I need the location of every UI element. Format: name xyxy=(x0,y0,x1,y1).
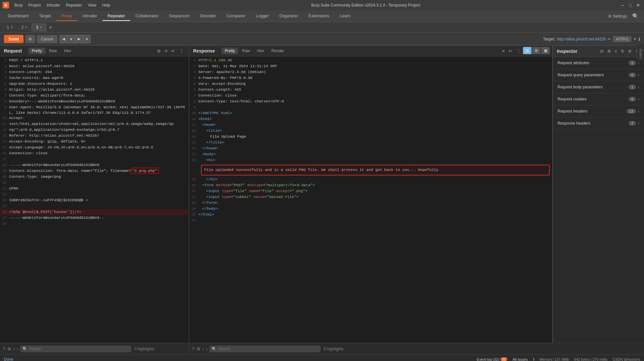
tab-decoder[interactable]: Decoder xyxy=(195,11,221,21)
cancel-button[interactable]: Cancel xyxy=(37,35,57,43)
menu-burp[interactable]: Burp xyxy=(12,2,24,8)
send-button[interactable]: Send xyxy=(4,35,23,43)
notes-tab[interactable]: Notes xyxy=(637,44,644,60)
info-icon[interactable]: ℹ xyxy=(638,37,640,42)
tab-repeater[interactable]: Repeater xyxy=(102,11,130,21)
bottom-nav-back-response[interactable]: ‹ xyxy=(203,346,204,352)
bottom-nav-fwd-request[interactable]: › xyxy=(17,346,18,352)
response-more-icon[interactable]: ⋮ xyxy=(515,48,522,54)
tab-logger[interactable]: Logger xyxy=(251,11,274,21)
minimize-button[interactable]: ─ xyxy=(619,2,626,8)
repeater-tab-1[interactable]: 1 ✕ xyxy=(3,23,17,31)
request-search-input-container[interactable]: 🔍 xyxy=(20,346,131,352)
inspector-item-request-headers[interactable]: Request headers 12 › xyxy=(553,105,644,117)
all-issues-button[interactable]: All issues xyxy=(513,357,528,361)
request-tabs: Pretty Raw Hex xyxy=(28,48,74,54)
inspector-item-body-params[interactable]: Request body parameters 1 › xyxy=(553,81,644,93)
tab-dashboard[interactable]: Dashboard xyxy=(3,11,34,21)
nav-back-button[interactable]: ◀ xyxy=(59,35,67,43)
beautify-icon[interactable]: ≡ xyxy=(163,48,169,54)
nav-forward-button[interactable]: ▶ xyxy=(75,35,83,43)
response-tab-raw[interactable]: Raw xyxy=(239,48,253,54)
tab-proxy[interactable]: Proxy xyxy=(56,11,77,21)
bottom-help-icon-request[interactable]: ? xyxy=(3,346,5,352)
request-tab-hex[interactable]: Hex xyxy=(61,48,74,54)
request-line-2: 2 Host: atlas.picoctf.net:49226 xyxy=(0,64,189,69)
toolbar-settings-button[interactable]: ⚙ xyxy=(25,35,35,43)
bottom-settings-icon-response[interactable]: ⚙ xyxy=(196,346,201,352)
inspector-item-label: Request query parameters xyxy=(558,73,604,77)
view-split-v-button[interactable]: ⊞ xyxy=(532,47,541,54)
request-title: Request xyxy=(4,48,22,53)
notes-label[interactable]: Notes xyxy=(638,47,644,60)
tab-collaborator[interactable]: Collaborator xyxy=(130,11,164,21)
response-line-12: 12 <head> xyxy=(189,122,552,128)
http-version-dropdown-icon[interactable]: ▼ xyxy=(633,37,636,41)
response-wrap-icon[interactable]: ↵ xyxy=(507,48,514,54)
view-split-h-button[interactable]: ⊟ xyxy=(523,47,531,54)
event-log-button[interactable]: Event log (32) 32 xyxy=(477,357,508,361)
close-tab-3-icon[interactable]: ✕ xyxy=(39,25,42,29)
menu-intruder[interactable]: Intruder xyxy=(45,2,62,8)
menu-project[interactable]: Project xyxy=(26,2,42,8)
close-tab-1-icon[interactable]: ✕ xyxy=(10,25,13,29)
request-code-area[interactable]: 1 POST / HTTP/1.1 2 Host: atlas.picoctf.… xyxy=(0,56,189,343)
search-icon[interactable]: 🔍 xyxy=(630,12,641,21)
bottom-settings-icon-request[interactable]: ⚙ xyxy=(7,346,11,352)
event-log-label: Event log (32) xyxy=(477,357,499,361)
settings-button[interactable]: ⚙ Settings xyxy=(606,13,630,20)
add-tab-button[interactable]: + xyxy=(46,23,54,32)
response-panel-header: Response Pretty Raw Hex Render ≡ ↵ ⋮ xyxy=(189,46,552,56)
inspector-icon-1[interactable]: ⊟ xyxy=(599,48,605,54)
view-single-button[interactable]: ▣ xyxy=(541,47,550,54)
response-tab-hex[interactable]: Hex xyxy=(254,48,267,54)
inspector-icon-2[interactable]: ⊞ xyxy=(606,48,612,54)
inspector-item-response-headers[interactable]: Response headers 7 › xyxy=(553,117,644,129)
close-button[interactable]: ✕ xyxy=(635,2,641,8)
target-url[interactable]: http://atlas.picoctf.net:49226 xyxy=(557,37,606,41)
response-line-20: 20 <form method="POST" enctype="multipar… xyxy=(189,183,552,188)
close-tab-2-icon[interactable]: ✕ xyxy=(25,25,27,29)
response-search-input[interactable] xyxy=(218,347,283,351)
request-search-input[interactable] xyxy=(29,347,94,351)
word-wrap-icon[interactable]: ↵ xyxy=(170,48,176,54)
tab-learn[interactable]: Learn xyxy=(334,11,356,21)
request-tab-pretty[interactable]: Pretty xyxy=(28,48,45,54)
response-tab-render[interactable]: Render xyxy=(268,48,287,54)
inspector-item-query-params[interactable]: Request query parameters 0 › xyxy=(553,69,644,81)
tab-target[interactable]: Target xyxy=(34,11,56,21)
response-search-input-container[interactable]: 🔍 xyxy=(209,346,320,352)
bottom-nav-fwd-response[interactable]: › xyxy=(206,346,207,352)
nav-forward-dropdown-button[interactable]: ▼ xyxy=(83,35,91,43)
maximize-button[interactable]: □ xyxy=(627,2,634,8)
repeater-tab-3[interactable]: 3 ✕ xyxy=(32,23,46,31)
response-tab-pretty[interactable]: Pretty xyxy=(222,48,238,54)
nav-dropdown-button[interactable]: ▼ xyxy=(67,35,75,43)
inspector-sort-icon[interactable]: ⇅ xyxy=(620,48,625,54)
inspector-item-cookies[interactable]: Request cookies 0 › xyxy=(553,93,644,105)
more-icon[interactable]: ⋮ xyxy=(178,48,185,54)
menu-view[interactable]: View xyxy=(86,2,98,8)
response-view-icon[interactable]: ≡ xyxy=(501,48,506,54)
menu-help[interactable]: Help xyxy=(100,2,112,8)
inspector-align-icon[interactable]: ≡ xyxy=(613,48,618,54)
response-code-area[interactable]: 1 HTTP/1.1 200 OK 2 Date: Sat, 11 May 20… xyxy=(189,56,552,343)
tab-organizer[interactable]: Organizer xyxy=(274,11,303,21)
tab-sequencer[interactable]: Sequencer xyxy=(164,11,195,21)
tab-intruder[interactable]: Intruder xyxy=(77,11,102,21)
target-edit-icon[interactable]: ✏ xyxy=(608,37,611,41)
tab-extensions[interactable]: Extensions xyxy=(303,11,335,21)
bottom-help-icon-response[interactable]: ? xyxy=(192,346,194,352)
inspector-item-request-attributes[interactable]: Request attributes 2 › xyxy=(553,57,644,69)
http-version[interactable]: HTTP/1 xyxy=(613,36,631,42)
no-intercept-icon[interactable]: ⊘ xyxy=(156,48,162,54)
request-tab-raw[interactable]: Raw xyxy=(46,48,60,54)
response-highlights-count: 0 highlights xyxy=(324,347,344,351)
bottom-nav-back-request[interactable]: ‹ xyxy=(13,346,15,352)
repeater-tab-2[interactable]: 2 ✕ xyxy=(17,23,32,31)
status-text: Done xyxy=(4,357,13,361)
tab-comparer[interactable]: Comparer xyxy=(221,11,251,21)
inspector-settings-icon[interactable]: ⚙ xyxy=(627,48,633,54)
menu-repeater[interactable]: Repeater xyxy=(64,2,84,8)
inspector-badge: 0 xyxy=(629,73,636,77)
